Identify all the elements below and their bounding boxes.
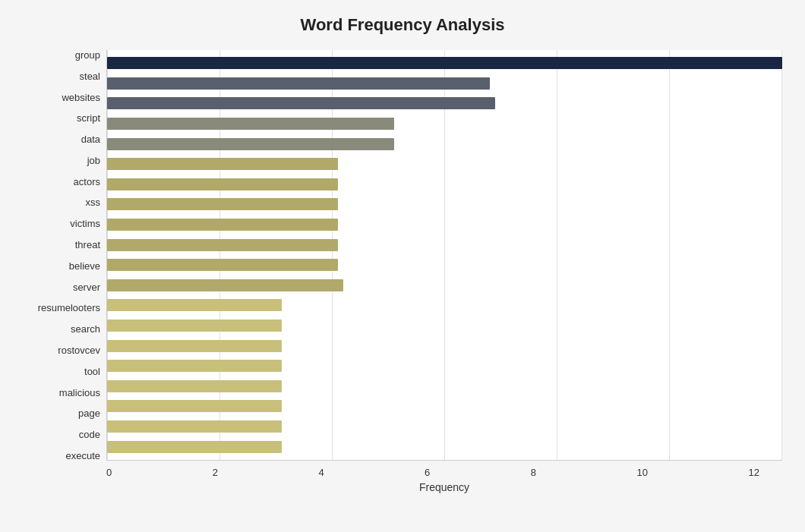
- bar-row: [107, 295, 782, 316]
- chart-title: Word Frequency Analysis: [23, 15, 782, 35]
- bar: [107, 77, 490, 90]
- y-label: websites: [62, 93, 100, 102]
- bar-row: [107, 74, 782, 94]
- y-label: server: [73, 282, 100, 292]
- y-label: group: [75, 50, 100, 60]
- bar: [107, 279, 343, 291]
- bar: [107, 219, 338, 231]
- chart-container: Word Frequency Analysis groupstealwebsit…: [0, 0, 805, 532]
- y-label: steal: [80, 71, 100, 81]
- bar-row: [107, 417, 782, 437]
- bar-row: [107, 53, 782, 74]
- bars-area: [107, 50, 782, 460]
- bar-row: [107, 356, 782, 376]
- plot-area: [106, 50, 782, 461]
- bar-row: [107, 255, 782, 275]
- bar: [107, 57, 782, 69]
- x-tick-label: 4: [318, 467, 324, 478]
- x-axis-title: Frequency: [106, 481, 782, 493]
- bar-row: [107, 154, 782, 175]
- y-label: believe: [69, 261, 100, 271]
- y-label: job: [87, 156, 100, 165]
- bar-row: [107, 114, 782, 134]
- bar-row: [107, 194, 782, 215]
- bar: [107, 118, 394, 130]
- bar-row: [107, 436, 782, 457]
- bar-row: [107, 134, 782, 154]
- y-label: victims: [70, 219, 100, 228]
- bar: [107, 320, 282, 332]
- bar: [107, 239, 338, 251]
- x-tick-label: 2: [213, 467, 218, 478]
- y-label: threat: [75, 240, 100, 250]
- x-tick-label: 8: [531, 467, 536, 478]
- x-tick-label: 0: [106, 467, 112, 478]
- bar-row: [107, 376, 782, 397]
- y-label: xss: [86, 197, 101, 207]
- bar-row: [107, 215, 782, 235]
- x-tick-label: 6: [425, 467, 430, 478]
- y-label: script: [77, 113, 100, 123]
- bar: [107, 158, 338, 170]
- y-label: tool: [84, 367, 100, 376]
- bar: [107, 420, 282, 433]
- y-label: resumelooters: [38, 303, 100, 313]
- bar: [107, 299, 282, 311]
- bar: [107, 340, 282, 352]
- x-tick-label: 10: [637, 467, 648, 478]
- bar: [107, 138, 394, 150]
- y-label: actors: [74, 177, 100, 187]
- bar-row: [107, 316, 782, 336]
- y-label: page: [78, 408, 100, 418]
- y-label: code: [79, 430, 100, 439]
- y-label: malicious: [59, 388, 100, 398]
- bar-row: [107, 335, 782, 356]
- bar: [107, 259, 338, 271]
- bar-row: [107, 175, 782, 195]
- y-label: execute: [65, 451, 100, 461]
- bar-row: [107, 93, 782, 114]
- bar: [107, 178, 338, 190]
- bar-row: [107, 396, 782, 417]
- bar: [107, 380, 282, 392]
- y-label: data: [81, 134, 100, 144]
- y-labels: groupstealwebsitesscriptdatajobactorsxss…: [23, 50, 106, 461]
- bottom-area: 024681012 Frequency: [23, 464, 782, 493]
- bar: [107, 198, 338, 210]
- x-axis-labels: 024681012: [106, 464, 782, 478]
- y-label: rostovcev: [58, 345, 100, 355]
- chart-area: groupstealwebsitesscriptdatajobactorsxss…: [23, 50, 782, 461]
- bar: [107, 360, 282, 372]
- bar: [107, 441, 282, 453]
- bar: [107, 97, 495, 109]
- x-tick-label: 12: [748, 467, 759, 478]
- bar-row: [107, 275, 782, 296]
- bar-row: [107, 235, 782, 255]
- bar: [107, 400, 282, 412]
- y-label: search: [71, 324, 100, 334]
